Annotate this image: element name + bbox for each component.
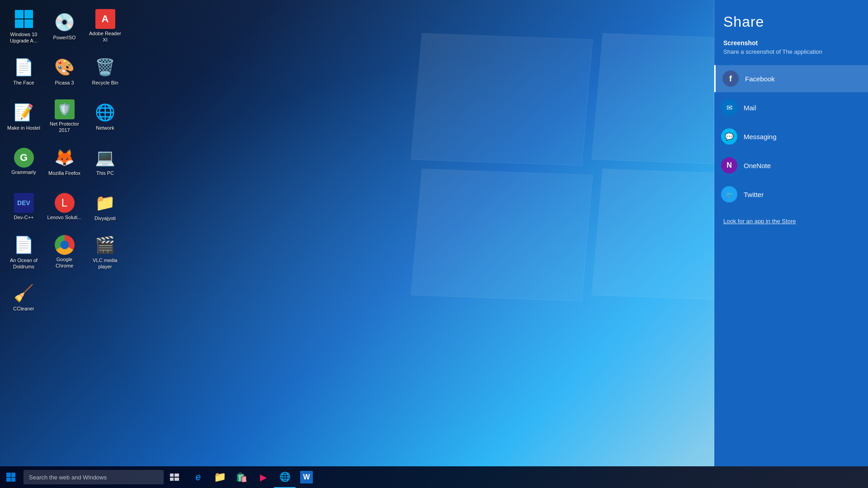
icon-ccleaner[interactable]: 🧹 CCleaner (5, 276, 43, 319)
taskbar-media-player[interactable]: ▶ (252, 466, 274, 488)
share-subtitle-section: Screenshot Share a screenshot of The app… (723, 39, 859, 55)
icon-poweriso[interactable]: 💿 PowerISO (45, 5, 84, 47)
icon-network[interactable]: 🌐 Network (86, 95, 124, 138)
start-button[interactable] (0, 466, 22, 488)
task-view-button[interactable] (164, 466, 185, 488)
icon-mozilla-firefox[interactable]: 🦊 Mozilla Firefox (45, 140, 84, 183)
svg-rect-3 (175, 478, 179, 481)
icon-google-chrome[interactable]: Google Chrome (45, 230, 84, 273)
onenote-icon: N (721, 157, 737, 174)
taskbar: e 📁 🛍️ ▶ 🌐 W (0, 466, 868, 488)
desktop: Windows 10 Upgrade A... 💿 PowerISO A Ado… (0, 0, 868, 488)
twitter-icon: 🐦 (721, 186, 737, 202)
icon-win10-upgrade[interactable]: Windows 10 Upgrade A... (5, 5, 43, 47)
icon-divyajyoti[interactable]: 📁 Divyajyoti (86, 185, 124, 228)
svg-rect-1 (175, 474, 179, 477)
icon-this-pc[interactable]: 💻 This PC (86, 140, 124, 183)
taskbar-store[interactable]: 🛍️ (231, 466, 252, 488)
icon-recycle-bin[interactable]: 🗑️ Recycle Bin (86, 50, 124, 93)
messaging-icon: 💬 (721, 128, 737, 145)
icon-grammarly[interactable]: G Grammarly (5, 140, 43, 183)
store-link[interactable]: Look for an app in the Store (723, 218, 859, 225)
share-panel-title: Share (723, 14, 859, 30)
icon-net-protector[interactable]: 🛡️ Net Protector 2017 (45, 95, 84, 138)
taskbar-word[interactable]: W (296, 466, 317, 488)
facebook-icon: f (722, 70, 739, 87)
icon-dev-cpp[interactable]: DEV Dev-C++ (5, 185, 43, 228)
icon-adobe-reader[interactable]: A Adobe Reader XI (86, 5, 124, 47)
taskbar-edge[interactable]: e (187, 466, 209, 488)
share-screenshot-label: Screenshot (723, 39, 859, 47)
taskbar-chrome[interactable]: 🌐 (274, 466, 296, 488)
icon-the-face[interactable]: 📄 The Face (5, 50, 43, 93)
share-item-mail[interactable]: ✉ Mail (714, 94, 868, 121)
share-item-facebook[interactable]: f Facebook (714, 65, 868, 92)
icon-vlc[interactable]: 🎬 VLC media player (86, 230, 124, 273)
share-panel: Share Screenshot Share a screenshot of T… (714, 0, 868, 466)
icon-ocean-of-doldrums[interactable]: 📄 An Ocean of Doldrums (5, 230, 43, 273)
share-item-messaging[interactable]: 💬 Messaging (714, 123, 868, 150)
icon-lenovo-solution[interactable]: L Lenovo Soluti... (45, 185, 84, 228)
share-item-onenote[interactable]: N OneNote (714, 152, 868, 179)
svg-rect-0 (170, 474, 174, 477)
share-item-twitter[interactable]: 🐦 Twitter (714, 181, 868, 208)
icon-make-in-hostel[interactable]: 📝 Make in Hostel (5, 95, 43, 138)
taskbar-file-explorer[interactable]: 📁 (209, 466, 231, 488)
icon-picasa3[interactable]: 🎨 Picasa 3 (45, 50, 84, 93)
mail-icon: ✉ (721, 99, 737, 116)
svg-rect-2 (170, 478, 174, 481)
share-description: Share a screenshot of The application (723, 48, 859, 55)
search-input[interactable] (24, 470, 164, 484)
desktop-icons-area: Windows 10 Upgrade A... 💿 PowerISO A Ado… (0, 0, 127, 488)
taskbar-apps: e 📁 🛍️ ▶ 🌐 W (187, 466, 317, 488)
